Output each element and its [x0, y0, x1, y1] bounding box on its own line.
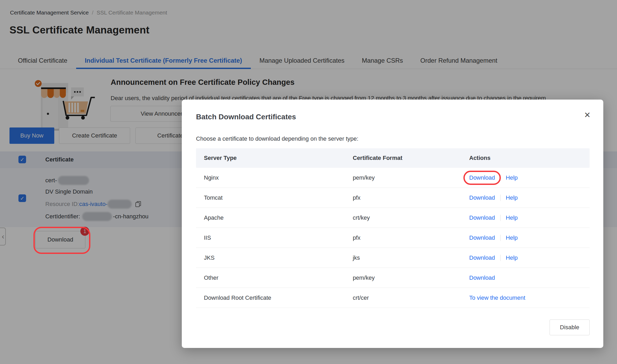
action-divider	[500, 255, 501, 261]
server-type-cell: JKS	[196, 254, 353, 261]
actions-cell: DownloadHelp	[469, 234, 590, 241]
certificate-format-cell: pem/key	[353, 274, 469, 281]
actions-cell: DownloadHelp	[469, 254, 590, 261]
action-link-download[interactable]: Download	[469, 214, 495, 221]
actions-cell: DownloadHelp	[469, 194, 590, 201]
certificate-format-cell: crt/cer	[353, 294, 469, 301]
server-type-cell: IIS	[196, 234, 353, 241]
certificate-format-cell: crt/key	[353, 214, 469, 221]
certificate-format-cell: pfx	[353, 194, 469, 201]
actions-cell: DownloadHelp	[469, 214, 590, 221]
action-link-help[interactable]: Help	[506, 214, 518, 221]
certificate-format-cell: pem/key	[353, 174, 469, 181]
action-link-download[interactable]: Download	[469, 254, 495, 261]
action-link-help[interactable]: Help	[506, 194, 518, 201]
modal-subtitle: Choose a certificate to download dependi…	[196, 135, 358, 142]
action-link-download[interactable]: Download	[469, 194, 495, 201]
server-type-table-row: IIS pfx DownloadHelp	[196, 228, 590, 248]
server-type-cell: Apache	[196, 214, 353, 221]
server-type-cell: Tomcat	[196, 194, 353, 201]
server-type-table: Server Type Certificate Format Actions N…	[196, 148, 590, 308]
action-link-download[interactable]: Download	[469, 274, 495, 281]
server-type-table-row: Nginx pem/key DownloadHelp	[196, 168, 590, 188]
server-type-cell: Other	[196, 274, 353, 281]
disable-button[interactable]: Disable	[550, 319, 590, 335]
column-certificate-format: Certificate Format	[353, 155, 469, 161]
actions-cell: DownloadHelp	[469, 174, 590, 181]
server-type-cell: Nginx	[196, 174, 353, 181]
annotation-ring-nginx-download: Download	[463, 171, 501, 185]
column-actions: Actions	[469, 155, 590, 161]
modal-title: Batch Download Certificates	[196, 113, 296, 121]
close-icon[interactable]: ✕	[584, 111, 591, 119]
action-link-to-view-the-document[interactable]: To view the document	[469, 294, 525, 301]
action-link-help[interactable]: Help	[506, 234, 518, 241]
column-server-type: Server Type	[196, 155, 353, 161]
server-type-cell: Download Root Certificate	[196, 294, 353, 301]
action-link-help[interactable]: Help	[506, 174, 518, 181]
actions-cell: Download	[469, 274, 590, 281]
server-type-table-row: Download Root Certificate crt/cer To vie…	[196, 288, 590, 308]
action-divider	[500, 235, 501, 241]
action-link-download[interactable]: Download	[469, 174, 495, 181]
batch-download-modal: Batch Download Certificates ✕ Choose a c…	[182, 100, 603, 348]
actions-cell: To view the document	[469, 294, 590, 301]
action-link-download[interactable]: Download	[469, 234, 495, 241]
certificate-format-cell: pfx	[353, 234, 469, 241]
action-divider	[500, 195, 501, 201]
server-type-table-row: Apache crt/key DownloadHelp	[196, 208, 590, 228]
action-link-help[interactable]: Help	[506, 254, 518, 261]
server-type-table-header: Server Type Certificate Format Actions	[196, 148, 590, 168]
server-type-table-row: Other pem/key Download	[196, 268, 590, 288]
action-divider	[500, 215, 501, 221]
server-type-table-row: JKS jks DownloadHelp	[196, 248, 590, 268]
server-type-table-row: Tomcat pfx DownloadHelp	[196, 188, 590, 208]
certificate-format-cell: jks	[353, 254, 469, 261]
